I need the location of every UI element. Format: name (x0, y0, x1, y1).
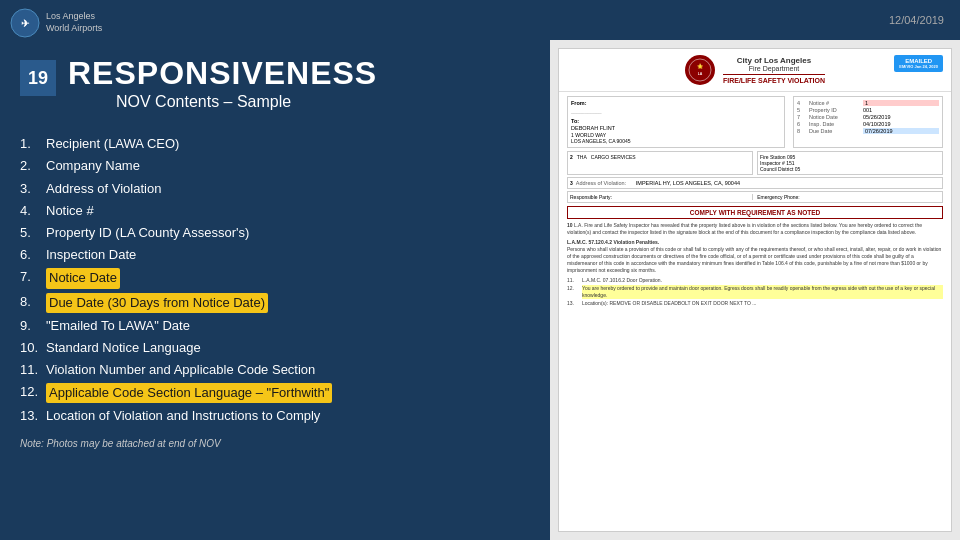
logo-area: ✈ Los Angeles World Airports (10, 8, 102, 38)
list-item: 4. Notice # (20, 200, 530, 222)
doc-title-area: City of Los Angeles Fire Department FIRE… (723, 56, 825, 84)
violation-item-13: 13. Location(s): REMOVE OR DISABLE DEADB… (567, 300, 943, 307)
emergency-phone-label: Emergency Phone: (757, 194, 800, 200)
list-item-notice-date: 7. Notice Date (20, 266, 530, 290)
list-item: 13. Location of Violation and Instructio… (20, 405, 530, 427)
list-item-due-date: 8. Due Date (30 Days from Notice Date) (20, 291, 530, 315)
svg-text:✈: ✈ (21, 18, 30, 29)
from-label: From: (571, 100, 781, 106)
slide-subtitle: NOV Contents – Sample (116, 93, 377, 111)
fire-info-col: Fire Station 095 Inspector # 151 Council… (757, 151, 943, 175)
comply-header: COMPLY WITH REQUIREMENT AS NOTED (567, 206, 943, 219)
logo-text: Los Angeles World Airports (46, 11, 102, 34)
list-item: 11. Violation Number and Applicable Code… (20, 359, 530, 381)
company-fire-row: 2 THA CARGO SERVICES Fire Station 095 In… (567, 151, 943, 175)
council-label: Council District (760, 166, 793, 172)
notice-num-label: Notice # (809, 100, 859, 106)
doc-from-to-section: From: ___________ To: DEBORAH FLINT 1 WO… (567, 96, 943, 148)
notice-date-row: 7 Notice Date 05/26/2019 (797, 114, 939, 120)
right-panel: EMAILED EM/VIO Jan 24, 2020 ⭐ LA City of… (550, 40, 960, 540)
top-bar: 12/04/2019 (0, 0, 960, 40)
emailed-badge: EMAILED EM/VIO Jan 24, 2020 (894, 55, 943, 72)
date-display: 12/04/2019 (889, 14, 944, 26)
recipient-name: DEBORAH FLINT (571, 125, 781, 131)
left-panel: 19 RESPONSIVENESS NOV Contents – Sample … (0, 40, 550, 540)
insp-date-value: 04/10/2019 (863, 121, 939, 127)
violation-item-11: 11. L.A.M.C. 07.1016.2 Door Operation. (567, 277, 943, 284)
list-item: 9. "Emailed To LAWA" Date (20, 315, 530, 337)
doc-paragraph-1: 10 L.A. Fire and Life Safety Inspector h… (567, 222, 943, 236)
council-value: 05 (795, 166, 801, 172)
list-item: 1. Recipient (LAWA CEO) (20, 133, 530, 155)
property-id-value: 001 (863, 107, 939, 113)
content-list: 1. Recipient (LAWA CEO) 2. Company Name … (20, 133, 530, 427)
logo-icon: ✈ (10, 8, 40, 38)
svg-point-2 (686, 56, 714, 84)
doc-from-box: From: ___________ To: DEBORAH FLINT 1 WO… (567, 96, 785, 148)
company-label: THA (577, 154, 587, 160)
list-item: 5. Property ID (LA County Assessor's) (20, 222, 530, 244)
city-name: City of Los Angeles (723, 56, 825, 65)
notice-date-label: Notice Date (809, 114, 859, 120)
doc-paragraph-2: Persons who shall violate a provision of… (567, 246, 943, 274)
list-item: 10. Standard Notice Language (20, 337, 530, 359)
svg-text:⭐: ⭐ (697, 63, 704, 70)
insp-date-row: 6 Insp. Date 04/10/2019 (797, 121, 939, 127)
address-row: 3 Address of Violation: IMPERIAL HY, LOS… (567, 177, 943, 189)
svg-text:LA: LA (698, 72, 703, 76)
doc-paragraph-2-title: L.A.M.C. 57.120.4.2 Violation Penalties. (567, 239, 943, 245)
doc-seal: ⭐ LA (685, 55, 715, 85)
doc-info-box: 4 Notice # 1 5 Property ID 001 7 Notice … (793, 96, 943, 148)
list-item: 6. Inspection Date (20, 244, 530, 266)
addr-row-num: 3 (570, 180, 573, 186)
violation-item-12: 12. You are hereby ordered to provide an… (567, 285, 943, 299)
due-date-label: Due Date (809, 128, 859, 134)
slide-number: 19 (20, 60, 56, 96)
main-content: 19 RESPONSIVENESS NOV Contents – Sample … (0, 40, 960, 540)
notice-date-value: 05/26/2019 (863, 114, 939, 120)
doc-body: From: ___________ To: DEBORAH FLINT 1 WO… (559, 92, 951, 312)
company-row-num: 2 (570, 154, 573, 160)
to-label: To: (571, 118, 781, 124)
slide-title: RESPONSIVENESS (68, 56, 377, 91)
property-id-row: 5 Property ID 001 (797, 107, 939, 113)
notice-num-value: 1 (863, 100, 939, 106)
due-date-row: 8 Due Date 07/26/2019 (797, 128, 939, 134)
list-item: 2. Company Name (20, 155, 530, 177)
property-id-label: Property ID (809, 107, 859, 113)
due-date-value: 07/26/2019 (863, 128, 939, 134)
list-item-code-language: 12. Applicable Code Section Language – "… (20, 381, 530, 405)
violation-title: FIRE/LIFE SAFETY VIOLATION (723, 74, 825, 84)
note-text: Note: Photos may be attached at end of N… (20, 438, 530, 449)
responsible-party-label: Responsible Party: (570, 194, 612, 200)
recipient-addr2: LOS ANGELES, CA 90045 (571, 138, 781, 144)
document-preview: EMAILED EM/VIO Jan 24, 2020 ⭐ LA City of… (558, 48, 952, 532)
address-of-violation-value: IMPERIAL HY, LOS ANGELES, CA, 90044 (636, 180, 740, 186)
list-item: 3. Address of Violation (20, 178, 530, 200)
doc-header: ⭐ LA City of Los Angeles Fire Department… (559, 49, 951, 92)
company-col: 2 THA CARGO SERVICES (567, 151, 753, 175)
dept-name: Fire Department (723, 65, 825, 72)
address-of-violation-label: Address of Violation: (576, 180, 636, 186)
insp-date-label: Insp. Date (809, 121, 859, 127)
company-value: CARGO SERVICES (591, 154, 636, 160)
notice-num-row: 4 Notice # 1 (797, 100, 939, 106)
responsible-party-row: Responsible Party: Emergency Phone: (567, 191, 943, 203)
